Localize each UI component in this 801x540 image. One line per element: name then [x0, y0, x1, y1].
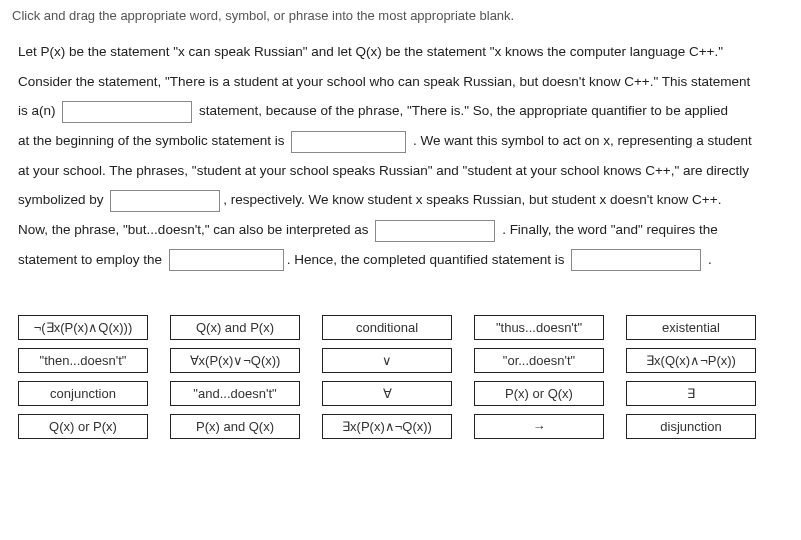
drag-tile[interactable]: "thus...doesn't": [474, 315, 604, 340]
drag-tile[interactable]: Q(x) or P(x): [18, 414, 148, 439]
drag-tile[interactable]: disjunction: [626, 414, 756, 439]
tile-column: conditional ∨ ∀ ∃x(P(x)∧¬Q(x)): [322, 315, 452, 439]
question-paragraph: Let P(x) be the statement "x can speak R…: [12, 37, 789, 275]
blank-2[interactable]: [291, 131, 406, 153]
blank-3[interactable]: [110, 190, 220, 212]
drag-tile[interactable]: ∃: [626, 381, 756, 406]
drag-tile[interactable]: conditional: [322, 315, 452, 340]
drag-tile[interactable]: "then...doesn't": [18, 348, 148, 373]
drag-tile[interactable]: conjunction: [18, 381, 148, 406]
tile-column: "thus...doesn't" "or...doesn't" P(x) or …: [474, 315, 604, 439]
blank-5[interactable]: [169, 249, 284, 271]
text-segment: . Hence, the completed quantified statem…: [287, 252, 568, 267]
text-segment: .: [704, 252, 712, 267]
text-segment: is a(n): [18, 103, 59, 118]
drag-tile[interactable]: ¬(∃x(P(x)∧Q(x))): [18, 315, 148, 340]
text-segment: at the beginning of the symbolic stateme…: [18, 133, 288, 148]
text-segment: , respectively. We know student x speaks…: [223, 192, 721, 207]
drag-tile[interactable]: P(x) or Q(x): [474, 381, 604, 406]
drag-tile[interactable]: ∨: [322, 348, 452, 373]
drag-tile[interactable]: ∀: [322, 381, 452, 406]
drag-tile[interactable]: "or...doesn't": [474, 348, 604, 373]
text-segment: Let P(x) be the statement "x can speak R…: [18, 44, 723, 59]
blank-4[interactable]: [375, 220, 495, 242]
tiles-area: ¬(∃x(P(x)∧Q(x))) "then...doesn't" conjun…: [12, 315, 789, 439]
blank-1[interactable]: [62, 101, 192, 123]
drag-tile[interactable]: →: [474, 414, 604, 439]
tile-column: ¬(∃x(P(x)∧Q(x))) "then...doesn't" conjun…: [18, 315, 148, 439]
drag-tile[interactable]: ∀x(P(x)∨¬Q(x)): [170, 348, 300, 373]
drag-tile[interactable]: ∃x(P(x)∧¬Q(x)): [322, 414, 452, 439]
text-segment: statement to employ the: [18, 252, 166, 267]
text-segment: statement, because of the phrase, "There…: [195, 103, 728, 118]
drag-tile[interactable]: "and...doesn't": [170, 381, 300, 406]
text-segment: Consider the statement, "There is a stud…: [18, 74, 750, 89]
blank-6[interactable]: [571, 249, 701, 271]
text-segment: symbolized by: [18, 192, 107, 207]
text-segment: at your school. The phrases, "student at…: [18, 163, 749, 178]
instruction-text: Click and drag the appropriate word, sym…: [12, 8, 789, 23]
drag-tile[interactable]: P(x) and Q(x): [170, 414, 300, 439]
text-segment: . Finally, the word "and" requires the: [498, 222, 717, 237]
text-segment: . We want this symbol to act on x, repre…: [409, 133, 752, 148]
drag-tile[interactable]: ∃x(Q(x)∧¬P(x)): [626, 348, 756, 373]
text-segment: Now, the phrase, "but...doesn't," can al…: [18, 222, 372, 237]
drag-tile[interactable]: existential: [626, 315, 756, 340]
drag-tile[interactable]: Q(x) and P(x): [170, 315, 300, 340]
tile-column: Q(x) and P(x) ∀x(P(x)∨¬Q(x)) "and...does…: [170, 315, 300, 439]
tile-column: existential ∃x(Q(x)∧¬P(x)) ∃ disjunction: [626, 315, 756, 439]
